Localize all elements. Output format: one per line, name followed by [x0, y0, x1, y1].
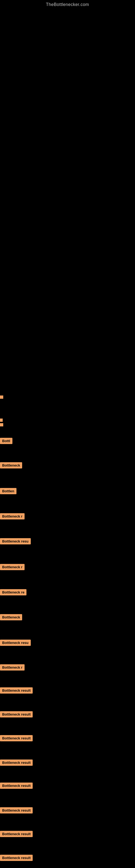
bottleneck-result-label: Bottleneck result [0, 855, 33, 861]
site-title: TheBottlenecker.com [0, 0, 135, 7]
bottleneck-result-label: Bottleneck [0, 614, 22, 620]
bottleneck-result-item: Bottleneck result [0, 781, 50, 789]
bottleneck-result-item: Bottleneck re [0, 588, 37, 596]
bottleneck-result-label: Bottleneck result [0, 760, 33, 766]
bottleneck-result-item: Bottl [0, 437, 19, 445]
bottleneck-result-item: Bottleneck result [0, 686, 48, 694]
bottleneck-result-label: Bottleneck r [0, 664, 25, 671]
bottleneck-indicator [0, 418, 3, 422]
bottleneck-result-item: Bottleneck result [0, 710, 48, 718]
bottleneck-result-label: Bottleneck result [0, 831, 33, 837]
bottleneck-result-item: Bottleneck result [0, 830, 51, 838]
bottleneck-result-item: Bottleneck [0, 613, 30, 621]
bottleneck-result-item: Bottleneck r [0, 512, 35, 520]
bottleneck-result-item: Bottlen [0, 487, 23, 495]
bottleneck-result-label: Bottleneck result [0, 735, 33, 741]
bottleneck-result-item: Bottleneck result [0, 806, 51, 814]
bottleneck-result-label: Bottleneck r [0, 564, 25, 570]
bottleneck-result-label: Bottleneck r [0, 513, 25, 520]
bottleneck-result-item: Bottleneck r [0, 663, 36, 671]
bottleneck-result-label: Bottleneck result [0, 711, 33, 717]
bottleneck-result-label: Bottleneck re [0, 589, 27, 595]
bottleneck-result-label: Bottleneck result [0, 687, 33, 693]
bottleneck-indicator [0, 423, 3, 426]
bottleneck-result-label: Bottlen [0, 488, 16, 494]
bottleneck-result-item: Bottleneck [0, 461, 30, 469]
bottleneck-result-label: Bottl [0, 438, 12, 444]
bottleneck-result-item: Bottleneck result [0, 854, 51, 862]
bottleneck-result-item: Bottleneck result [0, 734, 49, 742]
bottleneck-result-item: Bottleneck resu [0, 537, 41, 545]
bottleneck-result-label: Bottleneck result [0, 782, 33, 789]
bottleneck-result-label: Bottleneck resu [0, 538, 31, 545]
bottleneck-result-label: Bottleneck result [0, 807, 33, 813]
bottleneck-result-label: Bottleneck resu [0, 640, 31, 646]
bottleneck-result-item: Bottleneck resu [0, 639, 44, 647]
bottleneck-result-item: Bottleneck result [0, 758, 49, 767]
bottleneck-indicator [0, 396, 3, 399]
bottleneck-result-item: Bottleneck r [0, 563, 35, 571]
bottleneck-result-label: Bottleneck [0, 462, 22, 468]
